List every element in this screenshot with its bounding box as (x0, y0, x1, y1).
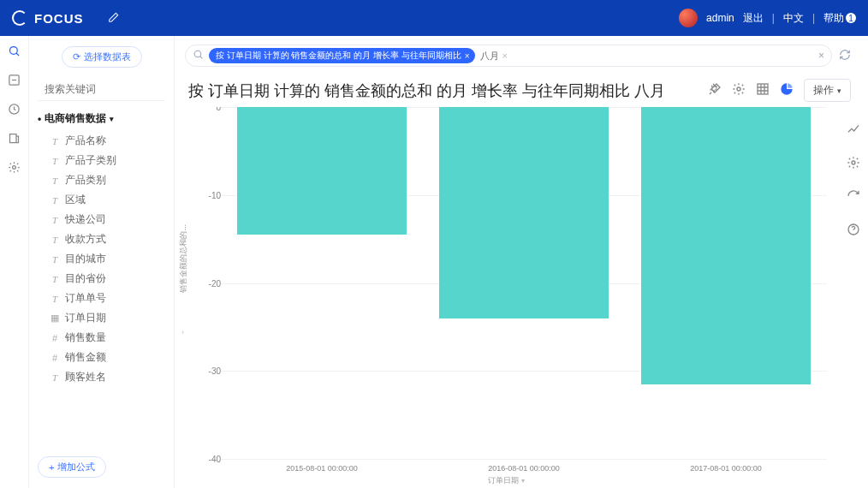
add-formula-button[interactable]: + 增加公式 (38, 456, 106, 478)
bar[interactable] (439, 107, 609, 318)
dataset-header[interactable]: • 电商销售数据 ▾ (38, 111, 165, 126)
column-label: 产品子类别 (65, 153, 116, 168)
chart: 销售金额的总和的... › 0-10-20-30-40 订单日期 ▾ 2015-… (175, 107, 837, 488)
help-link[interactable]: 帮助1 (823, 11, 856, 26)
column-label: 目的城市 (65, 252, 106, 266)
column-item[interactable]: T区域 (38, 190, 165, 210)
column-label: 订单单号 (65, 291, 106, 306)
chevron-down-icon: ▾ (521, 477, 525, 485)
svg-point-0 (10, 46, 18, 54)
chevron-down-icon: ▾ (110, 115, 114, 123)
svg-point-5 (194, 51, 201, 57)
text-type-icon: T (50, 274, 60, 284)
username[interactable]: admin (706, 12, 734, 24)
rail-dashboard-icon[interactable] (7, 72, 22, 87)
column-label: 销售数量 (65, 330, 106, 345)
column-item[interactable]: T订单单号 (38, 289, 165, 308)
rail-settings-icon[interactable] (7, 159, 22, 175)
y-axis-label: 销售金额的总和的... (178, 223, 189, 292)
column-item[interactable]: ▦订单日期 (38, 308, 165, 328)
y-tick: -20 (209, 278, 221, 288)
column-item[interactable]: T目的城市 (38, 249, 165, 269)
rail-search-icon[interactable] (7, 43, 22, 58)
search-icon (193, 49, 204, 62)
text-type-icon: T (50, 176, 60, 186)
rail-history-icon[interactable] (7, 101, 22, 116)
text-type-icon: T (50, 372, 60, 383)
select-datasource-button[interactable]: ⟳ 选择数据表 (62, 46, 142, 68)
chip-close-icon[interactable]: × (502, 51, 508, 61)
column-item[interactable]: T收款方式 (38, 229, 165, 249)
column-item[interactable]: T产品子类别 (38, 151, 165, 170)
text-type-icon: T (50, 136, 60, 146)
chevron-down-icon: ▾ (837, 86, 841, 95)
nav-rail (0, 36, 29, 488)
column-item[interactable]: T顾客姓名 (38, 367, 165, 387)
text-type-icon: T (50, 156, 60, 166)
table-view-icon[interactable] (756, 82, 770, 98)
column-item[interactable]: #销售金额 (38, 348, 165, 367)
logout-link[interactable]: 退出 (743, 11, 764, 26)
x-tick: 2015-08-01 00:00:00 (286, 464, 358, 473)
column-item[interactable]: T目的省份 (38, 269, 165, 289)
separator: | (772, 12, 775, 24)
title-actions: 操作 ▾ (708, 79, 851, 102)
bullet-icon: • (38, 113, 41, 125)
text-type-icon: T (50, 294, 60, 304)
query-chip[interactable]: 按 订单日期 计算的 销售金额的总和 的月 增长率 与往年同期相比 × (209, 48, 475, 63)
keyword-input[interactable] (45, 83, 173, 95)
brand-text: FOCUS (34, 11, 84, 26)
clear-icon[interactable]: × (818, 50, 824, 62)
dataset-tree: • 电商销售数据 ▾ T产品名称T产品子类别T产品类别T区域T快递公司T收款方式… (38, 111, 165, 387)
text-type-icon: T (50, 195, 60, 205)
y-axis-arrow-icon: › (181, 328, 184, 336)
text-type-icon: T (50, 254, 60, 265)
chart-refresh-icon[interactable] (847, 189, 860, 205)
rail-data-icon[interactable] (7, 130, 22, 146)
y-tick: -40 (209, 455, 221, 464)
settings-icon[interactable] (732, 82, 746, 98)
svg-point-3 (13, 165, 16, 169)
chart-tools-rail (837, 107, 868, 488)
gridline (221, 459, 827, 460)
column-item[interactable]: T产品类别 (38, 170, 165, 190)
chart-settings-icon[interactable] (847, 156, 860, 172)
chip-close-icon[interactable]: × (465, 51, 470, 61)
help-badge-icon: 1 (846, 13, 856, 23)
column-label: 快递公司 (65, 212, 106, 227)
column-item[interactable]: T产品名称 (38, 131, 165, 151)
sidebar: ⟳ 选择数据表 • 电商销售数据 ▾ T产品名称T产品子类别T产品类别T区域T快… (29, 36, 175, 488)
edit-icon[interactable] (108, 11, 120, 26)
column-label: 区域 (65, 193, 86, 207)
bar[interactable] (237, 107, 407, 235)
column-label: 销售金额 (65, 350, 106, 365)
x-tick: 2016-08-01 00:00:00 (488, 464, 560, 473)
column-item[interactable]: T快递公司 (38, 210, 165, 229)
lang-link[interactable]: 中文 (783, 11, 804, 26)
y-tick: -10 (209, 190, 221, 199)
text-type-icon: T (50, 235, 60, 245)
refresh-query-icon[interactable] (839, 49, 851, 63)
column-label: 顾客姓名 (65, 370, 106, 384)
column-label: 收款方式 (65, 232, 106, 247)
query-chip-plain[interactable]: 八月 × (480, 50, 508, 62)
operate-button[interactable]: 操作 ▾ (804, 79, 851, 102)
column-item[interactable]: #销售数量 (38, 328, 165, 348)
date-type-icon: ▦ (50, 312, 60, 324)
number-type-icon: # (50, 353, 60, 363)
logo-icon (12, 10, 27, 26)
query-box[interactable]: 按 订单日期 计算的 销售金额的总和 的月 增长率 与往年同期相比 × 八月 ×… (185, 45, 832, 67)
chart-help-icon[interactable] (847, 223, 860, 239)
app-header: FOCUS admin 退出 | 中文 | 帮助1 (0, 0, 868, 36)
bar[interactable] (641, 107, 811, 384)
chart-view-icon[interactable] (780, 82, 794, 98)
x-tick: 2017-08-01 00:00:00 (690, 464, 762, 473)
main: 按 订单日期 计算的 销售金额的总和 的月 增长率 与往年同期相比 × 八月 ×… (175, 36, 868, 488)
avatar[interactable] (679, 9, 698, 27)
logo: FOCUS (12, 10, 84, 26)
column-label: 产品名称 (65, 134, 106, 148)
chart-type-icon[interactable] (847, 122, 860, 139)
text-type-icon: T (50, 215, 60, 225)
pin-icon[interactable] (708, 82, 722, 98)
keyword-search[interactable] (38, 80, 165, 101)
